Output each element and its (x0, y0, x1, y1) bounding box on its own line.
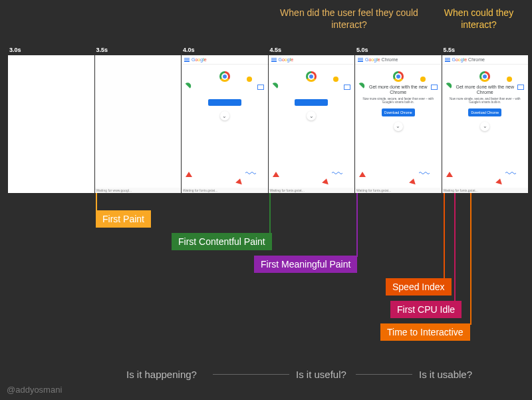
marker-line-fcp (269, 193, 271, 234)
marker-line-fci (454, 193, 456, 302)
status-text: Waiting for fonts.gstat... (269, 188, 355, 193)
page-subheading: Now more simple, secure, and faster than… (442, 96, 529, 106)
deco-squiggle (245, 171, 257, 176)
deco-circle (420, 77, 426, 82)
footer-question-happening: Is it happening? (126, 369, 197, 380)
status-text: Waiting for fonts.gstat... (182, 188, 268, 193)
deco-triangle (409, 178, 417, 184)
time-label: 5.5s (442, 47, 529, 53)
frame-3: 4.5s Google ⌄ Waiting for fonts.gstat... (269, 47, 355, 193)
deco-circle (333, 77, 338, 82)
header-question-could: When could they interact? (432, 7, 525, 31)
hamburger-icon (358, 58, 363, 62)
divider-line (356, 374, 412, 375)
chrome-icon (306, 71, 317, 82)
brand-logo: Google Chrome (365, 57, 398, 62)
deco-circle (507, 77, 512, 82)
marker-line-fp (96, 193, 97, 212)
marker-line-tti (470, 193, 471, 325)
divider-line (213, 374, 289, 375)
metric-speed-index: Speed Index (386, 278, 452, 296)
deco-squiggle (419, 171, 431, 176)
deco-rect (431, 85, 438, 90)
screenshot-full: Google Chrome Get more done with the new… (355, 55, 442, 193)
download-button: Download Chrome (382, 108, 415, 116)
page-subheading: Now more simple, secure, and faster than… (355, 96, 442, 106)
status-text: Waiting for fonts.gstat... (442, 188, 529, 193)
frame-2: 4.0s Google ⌄ Waiting for fonts.gstat... (182, 47, 268, 193)
chrome-icon (219, 71, 230, 82)
download-button: Download Chrome (468, 108, 501, 116)
page-heading: Get more done with the new Chrome (442, 85, 529, 96)
page-heading: Get more done with the new Chrome (355, 85, 442, 96)
filmstrip: 3.0s 3.5s Waiting for www.googl... 4.0s … (8, 47, 529, 193)
time-label: 4.0s (182, 47, 268, 53)
screenshot-partial: Google ⌄ Waiting for fonts.gstat... (182, 55, 268, 193)
hamburger-icon (184, 58, 190, 62)
time-label: 5.0s (355, 47, 442, 53)
header-question-feel: When did the user feel they could intera… (276, 7, 422, 31)
deco-rect (257, 85, 264, 90)
deco-squiggle (332, 171, 344, 176)
frame-1: 3.5s Waiting for www.googl... (95, 47, 182, 193)
chrome-icon (479, 71, 490, 82)
marker-line-si (444, 193, 445, 280)
chevron-down-icon: ⌄ (394, 122, 403, 131)
author-credit: @addyosmani (7, 385, 62, 395)
screenshot-full: Google Chrome Get more done with the new… (442, 55, 529, 193)
footer-question-usable: Is it usable? (419, 369, 472, 380)
status-text: Waiting for www.googl... (95, 188, 182, 193)
chrome-icon (393, 71, 404, 82)
chevron-down-icon: ⌄ (307, 111, 316, 120)
metric-first-cpu-idle: First CPU Idle (390, 301, 462, 318)
screenshot-loading: Waiting for www.googl... (95, 55, 182, 193)
deco-triangle (495, 178, 503, 184)
hamburger-icon (445, 58, 450, 62)
time-label: 3.5s (95, 47, 182, 53)
brand-logo: Google Chrome (452, 57, 485, 62)
deco-rect (344, 85, 350, 90)
deco-triangle (359, 172, 366, 177)
metric-first-meaningful-paint: First Meaningful Paint (254, 256, 357, 273)
brand-logo: Google (279, 57, 294, 62)
hamburger-icon (271, 58, 277, 62)
deco-squiggle (505, 171, 517, 176)
deco-triangle (273, 172, 279, 177)
frame-4: 5.0s Google Chrome Get more done with th… (355, 47, 442, 193)
frame-5: 5.5s Google Chrome Get more done with th… (442, 47, 529, 193)
status-text: Waiting for fonts.gstat... (355, 188, 442, 193)
deco-circle (247, 77, 252, 82)
metric-time-to-interactive: Time to Interactive (380, 323, 470, 341)
footer-question-useful: Is it useful? (296, 369, 346, 380)
screenshot-partial: Google ⌄ Waiting for fonts.gstat... (269, 55, 355, 193)
deco-triangle (186, 172, 192, 177)
metric-first-paint: First Paint (96, 210, 151, 228)
download-button-placeholder (208, 99, 241, 106)
time-label: 3.0s (8, 47, 94, 53)
metric-first-contentful-paint: First Contentful Paint (172, 233, 272, 250)
deco-triangle (446, 172, 453, 177)
brand-logo: Google (192, 57, 207, 62)
time-label: 4.5s (269, 47, 355, 53)
deco-triangle (322, 178, 330, 184)
deco-triangle (235, 178, 243, 184)
deco-rect (517, 85, 524, 90)
chevron-down-icon: ⌄ (220, 111, 229, 120)
frame-0: 3.0s (8, 47, 94, 193)
marker-line-fmp (356, 193, 358, 257)
download-button-placeholder (295, 99, 328, 106)
screenshot-blank (8, 55, 94, 193)
chevron-down-icon: ⌄ (480, 122, 489, 131)
